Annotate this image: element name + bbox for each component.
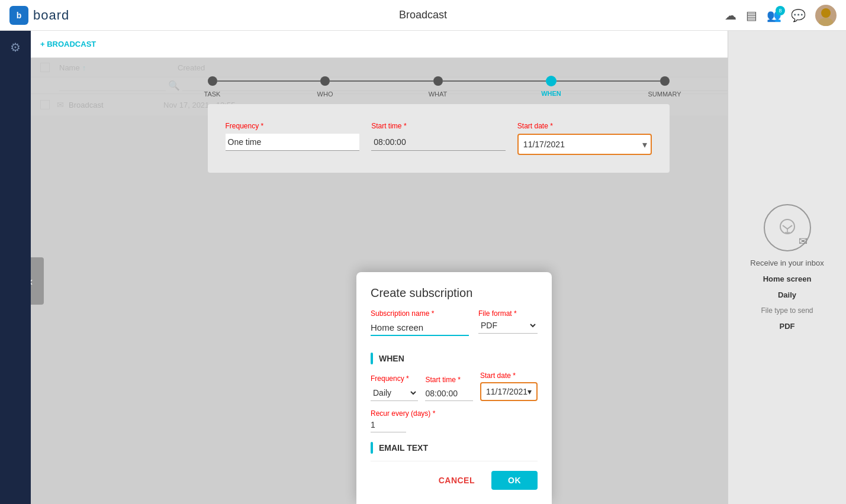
right-panel: ✉ Receive in your inbox Home screen Dail… [728,31,846,504]
page-title: Broadcast [399,9,447,21]
cancel-button[interactable]: CANCEL [429,471,484,490]
svg-point-1 [819,18,833,26]
frequency-col-label: Frequency * [371,374,418,383]
notification-badge: 8 [776,6,785,15]
step-task[interactable]: TASK [208,76,217,86]
logo: b board [9,6,69,25]
step-line-4 [557,80,660,82]
start-time-col: Start time * [425,376,472,401]
step-summary-label: SUMMARY [648,91,681,98]
ok-button[interactable]: OK [491,471,538,490]
step-line-3 [443,80,546,82]
start-date-col: Start date * 11/17/2021▾ [480,371,538,401]
modal-title: Create subscription [371,286,538,300]
avatar[interactable] [815,5,837,26]
recur-input[interactable] [371,418,406,432]
step-line-2 [330,80,433,82]
cloud-icon[interactable]: ☁ [725,8,736,22]
sidebar-settings-icon[interactable]: ⚙ [10,40,21,54]
wizard-content: Frequency * One time Start time * [208,104,670,173]
team-icon[interactable]: 👥 8 [767,8,781,22]
nav-icons: ☁ ▤ 👥 8 💬 [725,5,837,26]
step-line-1 [217,80,321,82]
start-date-input[interactable]: 11/17/2021▾ [480,382,538,401]
recur-group: Recur every (days) * [371,409,538,432]
wizard-frequency-group: Frequency * One time [226,122,360,155]
wizard-frequency-select[interactable]: One time [226,134,360,151]
subscription-name-input[interactable] [371,320,469,336]
wizard-start-time-input[interactable] [371,134,506,151]
step-when[interactable]: WHEN [546,76,557,86]
right-panel-description: Receive in your inbox [750,259,824,267]
main-layout: ⚙ + BROADCAST 🔍 Name ↑ Created [0,31,846,504]
right-panel-frequency: Daily [778,290,796,299]
frequency-col: Frequency * Daily [371,374,418,401]
content-area: + BROADCAST 🔍 Name ↑ Created 🔍 📅 [31,31,846,504]
mail-icon: ✉ [799,235,808,248]
when-section-title: WHEN [371,353,538,364]
logo-text: board [33,8,69,23]
when-section-bar [371,353,373,364]
inbox-icon: ✉ [764,204,811,251]
modal-footer: CANCEL OK [371,461,538,490]
sidebar: ⚙ [0,31,31,504]
step-summary[interactable]: SUMMARY [660,76,670,86]
wizard-start-date-label: Start date * [517,122,652,130]
step-who[interactable]: WHO [320,76,330,86]
sub-header: + BROADCAST 🔍 [31,31,846,58]
start-time-col-label: Start time * [425,376,472,384]
email-section-bar [371,442,373,454]
right-panel-name: Home screen [763,274,812,283]
right-panel-file-type: PDF [780,322,795,331]
step-who-label: WHO [317,91,333,98]
start-date-col-label: Start date * [480,371,538,380]
wizard-form-row: Frequency * One time Start time * [226,122,652,155]
step-what-label: WHAT [429,91,448,98]
step-when-label: WHEN [541,90,561,97]
recur-label: Recur every (days) * [371,409,538,418]
wizard-steps: TASK WHO WHAT WHEN SUMMARY [208,76,670,86]
start-time-input[interactable] [425,386,472,401]
frequency-select[interactable]: Daily [371,385,418,401]
create-subscription-modal: Create subscription Subscription name * … [356,272,552,504]
wizard-frequency-label: Frequency * [226,122,360,130]
right-panel-file-type-label: File type to send [761,306,813,315]
wizard-start-date-group: Start date * ▾ [517,122,652,155]
when-row: Frequency * Daily Start time * Start dat… [371,371,538,401]
prev-arrow[interactable]: ‹ [31,257,44,305]
file-format-label: File format * [478,309,538,318]
chat-icon[interactable]: 💬 [791,8,806,22]
step-what[interactable]: WHAT [433,76,443,86]
logo-box: b [9,6,28,25]
step-task-label: TASK [204,91,221,98]
top-nav: b board Broadcast ☁ ▤ 👥 8 💬 [0,0,846,31]
file-format-select[interactable]: PDF [478,318,538,334]
comment-icon[interactable]: ▤ [746,8,757,22]
wizard-start-time-group: Start time * [371,122,506,155]
wizard-start-date-input[interactable] [517,134,652,155]
wizard-start-time-label: Start time * [371,122,506,130]
subscription-name-label: Subscription name * [371,309,469,318]
email-section-title: EMAIL TEXT [371,442,538,454]
add-broadcast-button[interactable]: + BROADCAST [40,40,96,49]
svg-point-0 [821,8,831,18]
